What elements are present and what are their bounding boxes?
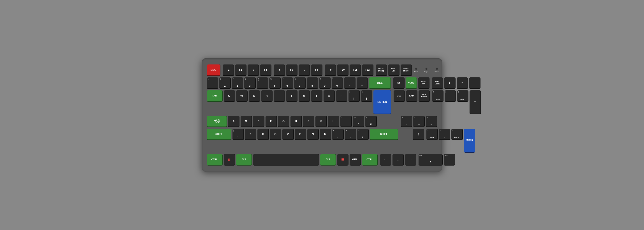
scrllock-key[interactable]: SCRLLCK [388, 64, 400, 76]
numlock-key[interactable]: NUMLOCK [432, 77, 443, 89]
w-key[interactable]: W [236, 90, 248, 102]
tab-key[interactable]: TAB [207, 90, 222, 102]
4-key[interactable]: $4€ [257, 77, 268, 89]
left-alt-key[interactable]: ALT [236, 154, 252, 166]
u-key[interactable]: U [298, 90, 310, 102]
q-key[interactable]: Q [224, 90, 235, 102]
right-alt-key[interactable]: ALT [320, 154, 336, 166]
5-key[interactable]: % 5 [269, 77, 281, 89]
f10-key[interactable]: F10 [337, 64, 348, 76]
pagedown-key[interactable]: PAGEDOWN [418, 90, 430, 102]
ins-key[interactable]: INS [393, 77, 404, 89]
r-key[interactable]: R [261, 90, 272, 102]
numpad-2-key[interactable]: 2 ↓ [439, 129, 450, 140]
left-shift-key[interactable]: SHIFT [207, 129, 232, 140]
semicolon-key[interactable]: : ; [340, 116, 352, 127]
numpad-8-key[interactable]: 8 ↑ [444, 90, 456, 102]
i-key[interactable]: I [311, 90, 322, 102]
l-key[interactable]: L [328, 116, 339, 127]
end-key[interactable]: END [406, 90, 418, 102]
f5-key[interactable]: F5 [274, 64, 285, 76]
2-key[interactable]: " 2 [232, 77, 243, 89]
numpad-enter-key[interactable]: ENTER [464, 129, 475, 153]
numpad-0-key[interactable]: INS 0 [418, 154, 442, 166]
numpad-plus-key[interactable]: + [470, 90, 481, 114]
down-arrow-key[interactable]: ↓ [392, 154, 404, 166]
f8-key[interactable]: F8 [311, 64, 322, 76]
n-key[interactable]: N [307, 129, 319, 140]
quote-key[interactable]: @ ' [353, 116, 364, 127]
pause-key[interactable]: PAUSEBREAK [400, 64, 412, 76]
numpad-minus-key[interactable]: - [469, 77, 480, 89]
p-key[interactable]: P [336, 90, 348, 102]
up-arrow-key[interactable]: ↑ [413, 129, 424, 140]
numpad-3-key[interactable]: 3 PGDN [451, 129, 463, 140]
1-key[interactable]: ! 1 [219, 77, 231, 89]
e-key[interactable]: E [249, 90, 260, 102]
comma-key[interactable]: < , [332, 129, 344, 140]
slash-key[interactable]: ? / [357, 129, 369, 140]
t-key[interactable]: T [274, 90, 285, 102]
8-key[interactable]: * 8 [307, 77, 318, 89]
menu-key[interactable]: MENU [350, 154, 361, 166]
f1-key[interactable]: F1 [222, 64, 234, 76]
space-key[interactable] [253, 154, 319, 166]
right-shift-key[interactable]: SHIFT [370, 129, 398, 140]
left-ctrl-key[interactable]: CTRL [207, 154, 222, 166]
numpad-dot-key[interactable]: DEL . [444, 154, 455, 166]
enter-key[interactable]: ENTER [374, 90, 392, 114]
right-win-key[interactable]: ⊞ [337, 154, 348, 166]
equals-key[interactable]: + = [356, 77, 368, 89]
left-arrow-key[interactable]: ← [380, 154, 392, 166]
s-key[interactable]: S [240, 116, 252, 127]
9-key[interactable]: ( 9 [319, 77, 330, 89]
0-key[interactable]: ) 0 [332, 77, 343, 89]
f9-key[interactable]: F9 [325, 64, 336, 76]
f2-key[interactable]: F2 [235, 64, 246, 76]
minus-key[interactable]: _ - [344, 77, 356, 89]
pageup-key[interactable]: PAGEUP [418, 77, 430, 89]
f-key[interactable]: F [266, 116, 277, 127]
b-key[interactable]: B [295, 129, 306, 140]
m-key[interactable]: M [320, 129, 331, 140]
period-key[interactable]: > . [345, 129, 356, 140]
d-key[interactable]: D [253, 116, 264, 127]
numpad-mult-key[interactable]: * [456, 77, 468, 89]
numpad-5-key[interactable]: 5 — [413, 116, 425, 127]
nav-del-key[interactable]: DEL [394, 90, 405, 102]
7-key[interactable]: & 7 [294, 77, 306, 89]
v-key[interactable]: V [282, 129, 294, 140]
right-arrow-key[interactable]: → [405, 154, 416, 166]
numpad-6-key[interactable]: 6 → [426, 116, 437, 127]
f7-key[interactable]: F7 [298, 64, 310, 76]
6-key[interactable]: ^ 6 [282, 77, 293, 89]
backtick-key[interactable]: ¬| [207, 77, 218, 89]
capslock-key[interactable]: CAPSLOCK [207, 116, 227, 127]
esc-key[interactable]: ESC [207, 64, 220, 76]
f6-key[interactable]: F6 [286, 64, 298, 76]
left-win-key[interactable]: ⊞ [224, 154, 235, 166]
h-key[interactable]: H [290, 116, 302, 127]
j-key[interactable]: J [303, 116, 314, 127]
hash-key[interactable]: ~ # [365, 116, 377, 127]
numpad-slash-key[interactable]: / [444, 77, 456, 89]
x-key[interactable]: X [258, 129, 269, 140]
3-key[interactable]: £ 3 [244, 77, 256, 89]
a-key[interactable]: A [228, 116, 240, 127]
prtsc-key[interactable]: PRTSCSYSRQ [376, 64, 387, 76]
o-key[interactable]: O [324, 90, 335, 102]
f12-key[interactable]: F12 [362, 64, 374, 76]
numpad-7-key[interactable]: 7 HOME [432, 90, 444, 102]
k-key[interactable]: K [316, 116, 327, 127]
numpad-1-key[interactable]: 1 END [426, 129, 438, 140]
close-bracket-key[interactable]: } ] [361, 90, 372, 102]
right-ctrl-key[interactable]: CTRL [362, 154, 378, 166]
z-key[interactable]: Z [245, 129, 256, 140]
f4-key[interactable]: F4 [260, 64, 272, 76]
open-bracket-key[interactable]: { [ [348, 90, 360, 102]
backslash-key[interactable]: | \ [232, 129, 244, 140]
f3-key[interactable]: F3 [248, 64, 259, 76]
numpad-4-key[interactable]: 4 ← [401, 116, 412, 127]
c-key[interactable]: C [270, 129, 281, 140]
g-key[interactable]: G [278, 116, 290, 127]
